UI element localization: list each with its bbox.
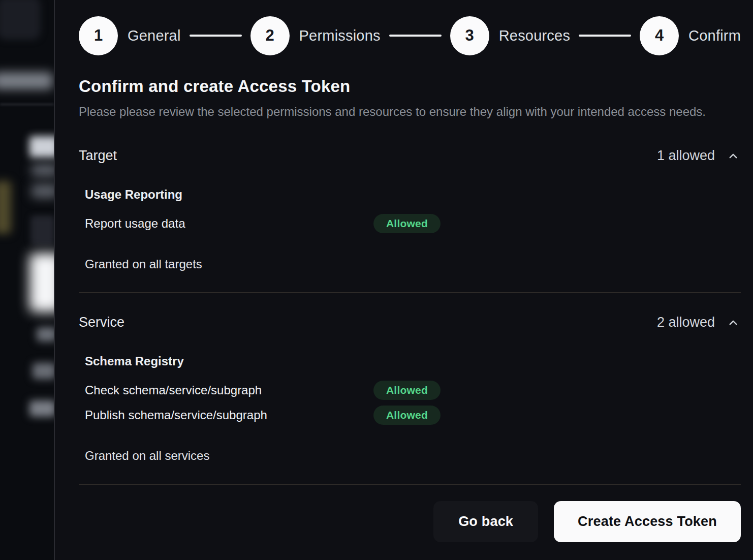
stepper-connector <box>389 35 442 37</box>
create-access-token-button[interactable]: Create Access Token <box>554 501 741 542</box>
allowed-count: 1 allowed <box>657 148 715 164</box>
step-number-badge: 1 <box>79 16 118 55</box>
step-permissions: 2 Permissions <box>250 16 381 55</box>
step-label: Confirm <box>688 27 741 44</box>
permission-list: Check schema/service/subgraph Allowed Pu… <box>85 381 741 425</box>
section-title: Target <box>79 148 117 164</box>
step-number-badge: 4 <box>640 16 679 55</box>
permission-row: Report usage data Allowed <box>85 214 741 233</box>
divider <box>79 292 741 293</box>
blurred-body-text <box>32 164 54 177</box>
step-general: 1 General <box>79 16 181 55</box>
permission-label: Check schema/service/subgraph <box>85 383 373 397</box>
section-header-service[interactable]: Service 2 allowed <box>79 315 741 330</box>
step-number-badge: 2 <box>250 16 290 55</box>
permission-label: Publish schema/service/subgraph <box>85 408 373 422</box>
permission-list: Report usage data Allowed <box>85 214 741 233</box>
blurred-accent-blob <box>0 181 11 234</box>
blurred-card <box>30 215 54 245</box>
stepper-connector <box>190 35 242 37</box>
step-confirm: 4 Confirm <box>640 16 741 55</box>
section-header-target[interactable]: Target 1 allowed <box>79 148 741 164</box>
stepper-connector <box>579 35 631 37</box>
page-title: Confirm and create Access Token <box>79 77 741 96</box>
blurred-list-item <box>37 327 54 341</box>
create-access-token-dialog: 1 General 2 Permissions 3 Resources 4 Co… <box>54 0 753 560</box>
permission-group-title: Usage Reporting <box>85 188 741 202</box>
blurred-heading-text <box>29 136 54 158</box>
blurred-divider <box>0 104 54 105</box>
step-label: Resources <box>499 27 570 44</box>
step-label: General <box>128 27 181 44</box>
granted-scope-note: Granted on all targets <box>85 257 741 271</box>
permission-group-title: Schema Registry <box>85 354 741 368</box>
status-badge: Allowed <box>373 406 441 425</box>
blurred-logo-tile <box>0 0 41 40</box>
background-page-blurred <box>0 0 54 560</box>
go-back-button[interactable]: Go back <box>433 501 538 542</box>
blurred-nav-text <box>0 72 53 89</box>
blurred-list-item <box>33 363 54 379</box>
wizard-stepper: 1 General 2 Permissions 3 Resources 4 Co… <box>79 16 741 55</box>
permission-label: Report usage data <box>85 216 373 231</box>
step-label: Permissions <box>299 27 381 44</box>
status-badge: Allowed <box>373 214 441 233</box>
permission-row: Check schema/service/subgraph Allowed <box>85 381 741 400</box>
status-badge: Allowed <box>373 381 441 400</box>
chevron-up-icon[interactable] <box>726 315 741 330</box>
section-title: Service <box>79 315 124 330</box>
granted-scope-note: Granted on all services <box>85 449 741 463</box>
blurred-body-text <box>32 184 54 198</box>
chevron-up-icon[interactable] <box>726 148 741 164</box>
allowed-count: 2 allowed <box>657 315 715 330</box>
blurred-list-item <box>29 400 54 417</box>
divider <box>79 484 741 485</box>
screen: 1 General 2 Permissions 3 Resources 4 Co… <box>0 0 753 560</box>
dialog-footer: Go back Create Access Token <box>79 501 741 542</box>
page-subtitle: Please please review the selected permis… <box>79 102 709 122</box>
step-resources: 3 Resources <box>450 16 570 55</box>
blurred-button <box>29 253 54 312</box>
permission-row: Publish schema/service/subgraph Allowed <box>85 406 741 425</box>
step-number-badge: 3 <box>450 16 489 55</box>
